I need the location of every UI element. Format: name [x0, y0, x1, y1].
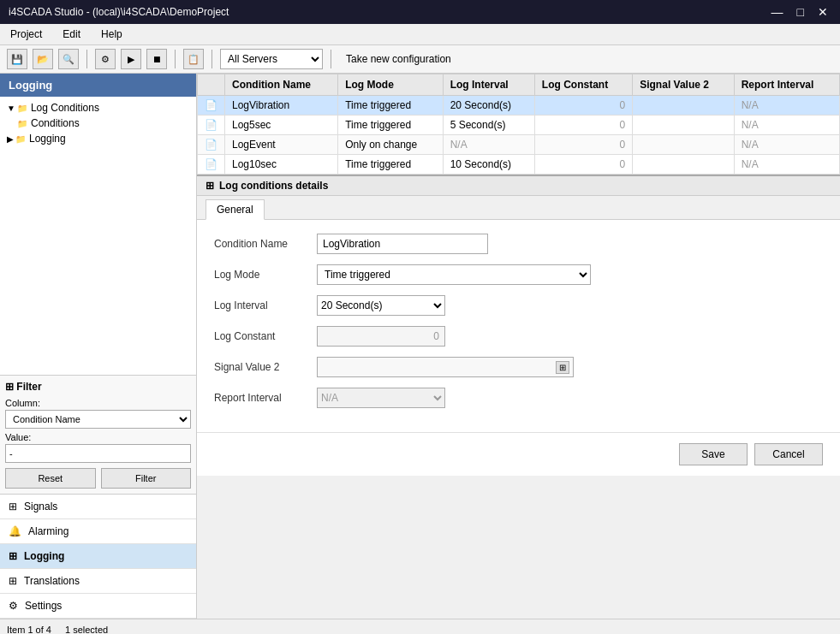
expand-icon-log-conditions[interactable]: ▼	[7, 104, 15, 113]
toolbar-btn-3[interactable]: 🔍	[58, 49, 79, 69]
col-report-interval[interactable]: Report Interval	[734, 74, 839, 96]
tree-node-logging[interactable]: ▶ 📁 Logging	[3, 131, 193, 146]
menu-project[interactable]: Project	[7, 27, 45, 42]
conditions-table: Condition Name Log Mode Log Interval Log…	[197, 74, 840, 175]
nav-item-translations[interactable]: ⊞ Translations	[0, 569, 196, 594]
maximize-button[interactable]: □	[794, 5, 807, 19]
bottom-nav: ⊞ Signals 🔔 Alarming ⊞ Logging ⊞ Transla…	[0, 494, 196, 619]
row1-name: LogVibration	[225, 96, 338, 116]
row2-icon: 📄	[198, 116, 225, 135]
toolbar-btn-5[interactable]: ▶	[121, 49, 141, 69]
minimize-button[interactable]: —	[768, 5, 787, 19]
form-row-log-interval: Log Interval 20 Second(s) 5 Second(s) 10…	[214, 295, 823, 316]
log-mode-label: Log Mode	[214, 269, 317, 281]
filter-section: ⊞ Filter Column: Condition Name Value: -…	[0, 375, 196, 494]
form-footer: Save Cancel	[197, 432, 840, 476]
menu-edit[interactable]: Edit	[59, 27, 84, 42]
filter-header[interactable]: ⊞ Filter	[5, 381, 191, 393]
nav-label-settings: Settings	[25, 600, 62, 612]
form-row-signal-value2: Signal Value 2 ⊞	[214, 357, 823, 377]
tree-node-conditions[interactable]: 📁 Conditions	[3, 116, 193, 131]
col-condition-name[interactable]: Condition Name	[225, 74, 338, 96]
separator-3	[211, 50, 212, 68]
filter-value-label: Value:	[5, 432, 191, 442]
filter-button[interactable]: Filter	[101, 468, 192, 489]
report-interval-label: Report Interval	[214, 392, 317, 404]
row3-report: N/A	[734, 135, 839, 155]
toolbar-btn-2[interactable]: 📂	[33, 49, 53, 69]
nav-item-settings[interactable]: ⚙ Settings	[0, 594, 196, 619]
separator-2	[175, 50, 176, 68]
status-bar: Item 1 of 4 1 selected	[0, 619, 840, 634]
tab-general[interactable]: General	[206, 199, 265, 220]
title-text: i4SCADA Studio - (local)\i4SCADA\DemoPro…	[9, 6, 229, 18]
toolbar-btn-4[interactable]: ⚙	[95, 49, 116, 69]
title-bar: i4SCADA Studio - (local)\i4SCADA\DemoPro…	[0, 0, 840, 24]
row2-constant: 0	[534, 116, 632, 135]
log-mode-select[interactable]: Time triggered Only on change Signal tri…	[317, 264, 591, 285]
signals-icon: ⊞	[9, 501, 17, 513]
content-area: Condition Name Log Mode Log Interval Log…	[197, 74, 840, 619]
row2-name: Log5sec	[225, 116, 338, 135]
translations-icon: ⊞	[9, 575, 17, 587]
table-row[interactable]: 📄 Log5sec Time triggered 5 Second(s) 0 N…	[198, 116, 840, 135]
condition-name-label: Condition Name	[214, 238, 317, 250]
filter-column-label: Column:	[5, 398, 191, 408]
row1-signal2	[633, 96, 734, 116]
main-layout: Logging ▼ 📁 Log Conditions 📁 Conditions …	[0, 74, 840, 619]
col-log-mode[interactable]: Log Mode	[338, 74, 444, 96]
reset-button[interactable]: Reset	[5, 468, 96, 489]
nav-item-signals[interactable]: ⊞ Signals	[0, 495, 196, 519]
row4-logmode: Time triggered	[338, 155, 444, 175]
table-row[interactable]: 📄 Log10sec Time triggered 10 Second(s) 0…	[198, 155, 840, 175]
row4-icon: 📄	[198, 155, 225, 175]
nav-item-alarming[interactable]: 🔔 Alarming	[0, 519, 196, 544]
title-bar-controls: — □ ✕	[768, 5, 831, 19]
signal-browse-icon[interactable]: ⊞	[556, 361, 569, 374]
cancel-button[interactable]: Cancel	[754, 443, 823, 465]
details-title: Log conditions details	[219, 180, 328, 192]
server-select[interactable]: All Servers	[220, 49, 323, 69]
row3-constant: 0	[534, 135, 632, 155]
details-header: ⊞ Log conditions details	[197, 176, 840, 196]
logging-icon: ⊞	[9, 550, 17, 562]
table-row[interactable]: 📄 LogEvent Only on change N/A 0 N/A	[198, 135, 840, 155]
row4-report: N/A	[734, 155, 839, 175]
toolbar-btn-6[interactable]: ⏹	[146, 49, 167, 69]
form-row-report-interval: Report Interval N/A	[214, 388, 823, 408]
row1-interval: 20 Second(s)	[443, 96, 534, 116]
col-signal-value-2[interactable]: Signal Value 2	[633, 74, 734, 96]
table-area: Condition Name Log Mode Log Interval Log…	[197, 74, 840, 175]
toolbar-btn-1[interactable]: 💾	[7, 49, 27, 69]
filter-column-select[interactable]: Condition Name	[5, 410, 191, 429]
save-button[interactable]: Save	[679, 443, 748, 465]
tree-label-logging: Logging	[29, 133, 66, 145]
col-log-constant[interactable]: Log Constant	[534, 74, 632, 96]
details-expand-icon[interactable]: ⊞	[206, 180, 214, 192]
expand-icon-logging[interactable]: ▶	[7, 134, 14, 144]
toolbar-btn-7[interactable]: 📋	[183, 49, 204, 69]
col-icon	[198, 74, 225, 96]
tree-node-log-conditions[interactable]: ▼ 📁 Log Conditions	[3, 100, 193, 116]
nav-item-logging[interactable]: ⊞ Logging	[0, 544, 196, 569]
log-constant-input[interactable]	[317, 326, 445, 347]
close-button[interactable]: ✕	[814, 5, 831, 19]
col-log-interval[interactable]: Log Interval	[443, 74, 534, 96]
row4-interval: 10 Second(s)	[443, 155, 534, 175]
log-interval-select[interactable]: 20 Second(s) 5 Second(s) 10 Second(s)	[317, 295, 445, 316]
report-interval-select[interactable]: N/A	[317, 388, 445, 408]
row3-icon: 📄	[198, 135, 225, 155]
row3-name: LogEvent	[225, 135, 338, 155]
separator-1	[86, 50, 87, 68]
tree-area: ▼ 📁 Log Conditions 📁 Conditions ▶ 📁 Logg…	[0, 97, 196, 375]
filter-value-input[interactable]: -	[5, 444, 191, 463]
table-row[interactable]: 📄 LogVibration Time triggered 20 Second(…	[198, 96, 840, 116]
row4-signal2	[633, 155, 734, 175]
status-item-count: Item 1 of 4	[7, 625, 51, 635]
form-area: Condition Name Log Mode Time triggered O…	[197, 220, 840, 432]
menu-help[interactable]: Help	[98, 27, 126, 42]
log-interval-label: Log Interval	[214, 299, 317, 311]
condition-name-input[interactable]	[317, 234, 488, 254]
signal-value2-input[interactable]: ⊞	[317, 357, 574, 377]
row1-report: N/A	[734, 96, 839, 116]
